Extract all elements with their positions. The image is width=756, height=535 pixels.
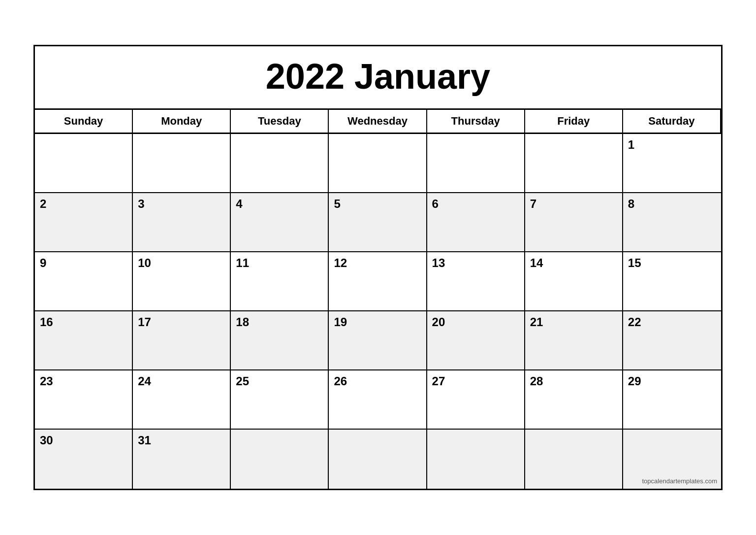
day-header: Saturday xyxy=(623,110,721,134)
day-cell: topcalendartemplates.com xyxy=(623,430,721,489)
day-number: 22 xyxy=(628,315,641,329)
day-cell: 29 xyxy=(623,370,721,430)
day-number: 9 xyxy=(40,256,46,269)
day-cell: 9 xyxy=(35,252,133,311)
day-cell xyxy=(231,134,329,193)
day-number: 2 xyxy=(40,197,46,210)
day-cell: 17 xyxy=(133,311,231,370)
day-cell xyxy=(133,134,231,193)
day-number: 28 xyxy=(530,374,543,388)
day-number: 19 xyxy=(334,315,347,329)
day-cell: 8 xyxy=(623,193,721,252)
day-number: 25 xyxy=(236,374,249,388)
watermark: topcalendartemplates.com xyxy=(642,477,717,485)
day-cell: 23 xyxy=(35,370,133,430)
day-number: 13 xyxy=(432,256,445,269)
day-cell: 14 xyxy=(525,252,623,311)
day-number: 4 xyxy=(236,197,242,210)
day-cell xyxy=(329,134,427,193)
day-cell xyxy=(35,134,133,193)
calendar-grid: SundayMondayTuesdayWednesdayThursdayFrid… xyxy=(35,110,721,489)
day-number: 10 xyxy=(138,256,151,269)
day-number: 24 xyxy=(138,374,151,388)
day-cell xyxy=(525,134,623,193)
day-cell: 4 xyxy=(231,193,329,252)
day-cell: 10 xyxy=(133,252,231,311)
day-cell xyxy=(525,430,623,489)
day-cell: 26 xyxy=(329,370,427,430)
day-number: 17 xyxy=(138,315,151,329)
day-cell: 13 xyxy=(427,252,525,311)
day-cell: 11 xyxy=(231,252,329,311)
day-cell: 15 xyxy=(623,252,721,311)
day-header: Thursday xyxy=(427,110,525,134)
calendar-container: 2022 January SundayMondayTuesdayWednesda… xyxy=(33,45,723,490)
day-number: 8 xyxy=(628,197,634,210)
day-cell: 6 xyxy=(427,193,525,252)
day-number: 5 xyxy=(334,197,340,210)
day-cell: 2 xyxy=(35,193,133,252)
day-number: 18 xyxy=(236,315,249,329)
day-cell: 31 xyxy=(133,430,231,489)
day-number: 16 xyxy=(40,315,53,329)
day-cell xyxy=(329,430,427,489)
day-cell: 18 xyxy=(231,311,329,370)
day-cell xyxy=(427,430,525,489)
day-number: 30 xyxy=(40,434,53,447)
day-number: 12 xyxy=(334,256,347,269)
day-number: 29 xyxy=(628,374,641,388)
day-number: 31 xyxy=(138,434,151,447)
day-header: Tuesday xyxy=(231,110,329,134)
day-cell: 20 xyxy=(427,311,525,370)
calendar-title: 2022 January xyxy=(35,46,721,110)
day-cell: 12 xyxy=(329,252,427,311)
day-cell: 1 xyxy=(623,134,721,193)
day-cell: 24 xyxy=(133,370,231,430)
day-cell: 22 xyxy=(623,311,721,370)
day-header: Friday xyxy=(525,110,623,134)
day-cell: 5 xyxy=(329,193,427,252)
day-number: 7 xyxy=(530,197,536,210)
day-number: 3 xyxy=(138,197,144,210)
day-number: 26 xyxy=(334,374,347,388)
day-number: 6 xyxy=(432,197,439,210)
day-header: Monday xyxy=(133,110,231,134)
day-cell: 21 xyxy=(525,311,623,370)
day-cell: 7 xyxy=(525,193,623,252)
day-header: Sunday xyxy=(35,110,133,134)
day-cell xyxy=(427,134,525,193)
day-number: 21 xyxy=(530,315,543,329)
day-number: 23 xyxy=(40,374,53,388)
day-cell: 28 xyxy=(525,370,623,430)
day-cell: 19 xyxy=(329,311,427,370)
day-cell: 25 xyxy=(231,370,329,430)
day-number: 11 xyxy=(236,256,249,269)
day-number: 27 xyxy=(432,374,445,388)
day-header: Wednesday xyxy=(329,110,427,134)
day-cell: 30 xyxy=(35,430,133,489)
day-cell: 16 xyxy=(35,311,133,370)
day-cell: 3 xyxy=(133,193,231,252)
day-cell xyxy=(231,430,329,489)
day-number: 20 xyxy=(432,315,445,329)
day-cell: 27 xyxy=(427,370,525,430)
day-number: 14 xyxy=(530,256,543,269)
day-number: 15 xyxy=(628,256,641,269)
day-number: 1 xyxy=(628,138,634,151)
